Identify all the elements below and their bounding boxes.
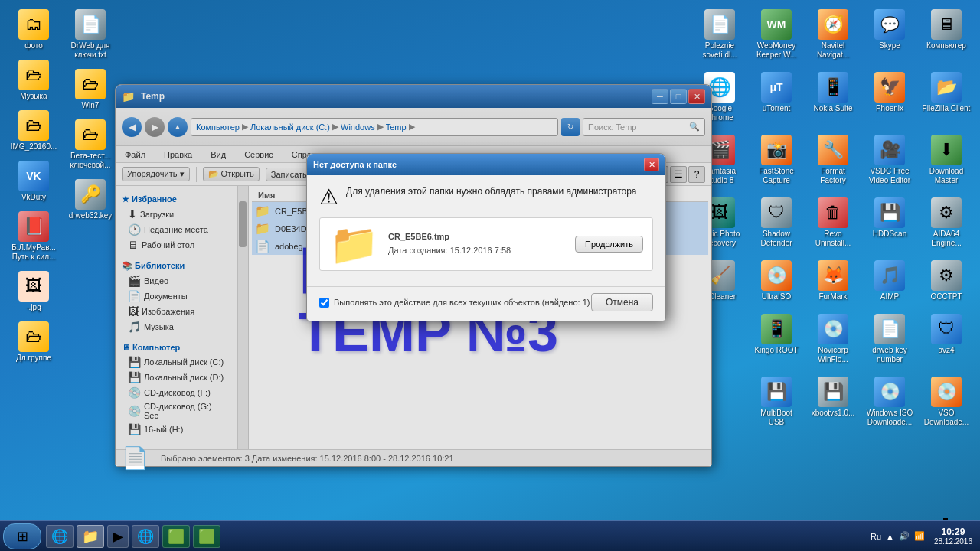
desktop-icon-filezilla[interactable]: 📂 FileZilla Client: [919, 69, 974, 126]
warning-icon: ⚠: [319, 184, 338, 210]
folder-icon: 📁: [329, 224, 379, 264]
taskbar-green1[interactable]: 🟩: [162, 525, 190, 548]
apply-all-checkbox[interactable]: [319, 298, 329, 308]
taskbar-language: Ru: [871, 532, 881, 541]
start-button[interactable]: ⊞: [3, 523, 41, 549]
desktop-icon-drweb32[interactable]: 🔑 drweb32.key: [63, 176, 118, 223]
desktop: 🗂 фото 🗁 Музыка 🗁 IMG_20160... VK VkDuty…: [0, 0, 980, 551]
desktop-icon-dlmaster[interactable]: ⬇ Download Master: [919, 132, 974, 188]
desktop-icon-poleznie[interactable]: 📄 Poleznie soveti dl...: [692, 6, 747, 63]
desktop-icon-novicorp[interactable]: 💿 Novicorp WinFlo...: [805, 311, 861, 367]
desktop-icon-occtpt[interactable]: ⚙ OCCTPT: [919, 257, 974, 305]
warning-row: ⚠ Для удаления этой папки нужно обладать…: [319, 184, 653, 210]
desktop-icon-xbootvs[interactable]: 💾 xbootvs1.0...: [805, 373, 861, 430]
desktop-icon-furmark[interactable]: 🦊 FurMark: [805, 257, 861, 305]
taskbar-network-icon: 📶: [914, 531, 925, 541]
icon-label-group: Дл.группе: [16, 354, 51, 363]
checkbox-row: Выполнять это действие для всех текущих …: [319, 298, 590, 308]
folder-name: CR_E5BE6.tmp: [388, 230, 511, 244]
desktop-icon-skype[interactable]: 💬 Skype: [862, 6, 917, 63]
icon-label-jpg: -.jpg: [26, 303, 41, 312]
taskbar-explorer[interactable]: 📁: [77, 525, 104, 548]
desktop-icon-formatfactory[interactable]: 🔧 Format Factory: [805, 132, 861, 188]
desktop-icon-music[interactable]: 🗁 Музыка: [6, 57, 61, 104]
desktop-icon-vso[interactable]: 💿 VSO Downloade...: [919, 373, 974, 430]
desktop-icon-blmurav[interactable]: 📕 Б.Л.МуРав... Путь к сил...: [6, 208, 61, 265]
desktop-icon-kingoroot[interactable]: 📱 Kingo ROOT: [749, 311, 804, 367]
icon-label-drweb32: drweb32.key: [69, 211, 113, 220]
desktop-icon-vkduty[interactable]: VK VkDuty: [6, 158, 61, 205]
desktop-icon-winiso[interactable]: 💿 Windows ISO Downloade...: [862, 373, 917, 430]
desktop-icon-utorrent[interactable]: μT uTorrent: [749, 69, 804, 126]
taskbar-green2[interactable]: 🟩: [193, 525, 220, 548]
dialog-footer: Выполнять это действие для всех текущих …: [307, 286, 665, 321]
icon-label-img2016: IMG_20160...: [11, 142, 57, 152]
desktop-icon-hddscan[interactable]: 💾 HDDScan: [862, 194, 917, 251]
icon-label-music: Музыка: [20, 92, 47, 101]
desktop-icon-foto[interactable]: 🗂 фото: [6, 6, 61, 54]
clock-date: 28.12.2016: [934, 537, 972, 546]
taskbar-chrome[interactable]: 🌐: [132, 525, 159, 548]
taskbar-arrow: ▲: [886, 532, 894, 541]
taskbar-ie[interactable]: 🌐: [46, 525, 74, 548]
dialog-body: ⚠ Для удаления этой папки нужно обладать…: [307, 175, 665, 286]
desktop-icon-nokia[interactable]: 📱 Nokia Suite: [805, 69, 861, 126]
desktop-icon-aida64[interactable]: ⚙ AIDA64 Engine...: [919, 194, 974, 251]
desktop-icon-group[interactable]: 🗁 Дл.группе: [6, 318, 61, 366]
desktop-icon-webmoney[interactable]: WM WebMoney Keeper W...: [749, 6, 804, 63]
desktop-icon-jpg[interactable]: 🖼 -.jpg: [6, 268, 61, 315]
desktop-icon-win7[interactable]: 🗁 Win7: [63, 66, 118, 113]
warning-text: Для удаления этой папки нужно обладать п…: [346, 184, 637, 198]
desktop-icon-vsdc[interactable]: 🎥 VSDC Free Video Editor: [862, 132, 917, 188]
desktop-icon-ultraiso[interactable]: 💿 UltraISO: [749, 257, 804, 305]
dialog-title: Нет доступа к папке: [313, 160, 644, 169]
windows-logo: ⊞: [17, 528, 28, 545]
desktop-icon-faststone[interactable]: 📸 FastStone Capture: [749, 132, 804, 188]
dialog-close-button[interactable]: ✕: [644, 158, 659, 171]
desktop-icon-shadow[interactable]: 🛡 Shadow Defender: [749, 194, 804, 251]
desktop-icon-img2016[interactable]: 🗁 IMG_20160...: [6, 107, 61, 155]
taskbar-media[interactable]: ▶: [107, 525, 129, 548]
desktop-icon-multibooth[interactable]: 💾 MultiBoot USB: [749, 373, 804, 430]
clock-time: 10:29: [934, 527, 972, 537]
icon-label-foto: фото: [24, 41, 43, 51]
folder-date: Дата создания: 15.12.2016 7:58: [388, 244, 511, 258]
desktop-icon-drweb-txt[interactable]: 📄 DrWeb для ключи.txt: [63, 6, 118, 63]
icon-label-win7: Win7: [82, 101, 100, 110]
continue-button[interactable]: Продолжить: [575, 236, 643, 253]
cancel-button[interactable]: Отмена: [591, 293, 653, 311]
dialog-titlebar: Нет доступа к папке ✕: [307, 154, 665, 175]
folder-info: CR_E5BE6.tmp Дата создания: 15.12.2016 7…: [388, 230, 511, 257]
icon-label-beta: Бета-тест... ключевой...: [66, 152, 115, 170]
icon-label-vkduty: VkDuty: [21, 193, 46, 202]
dialog-no-access: Нет доступа к папке ✕ ⚠ Для удаления это…: [306, 153, 666, 321]
desktop-icon-aimp[interactable]: 🎵 AIMP: [862, 257, 917, 305]
dialog-footer-row: Выполнять это действие для всех текущих …: [319, 293, 653, 311]
dialog-folder-preview: 📁 CR_E5BE6.tmp Дата создания: 15.12.2016…: [319, 217, 653, 271]
desktop-icon-navitel[interactable]: 🧭 Navitel Navigat...: [805, 6, 861, 63]
desktop-icon-phoenix[interactable]: 🦅 Phoenix: [862, 69, 917, 126]
desktop-icon-revo[interactable]: 🗑 Revo Uninstall...: [805, 194, 861, 251]
checkbox-label: Выполнять это действие для всех текущих …: [334, 298, 590, 307]
icon-label-blmurav: Б.Л.МуРав... Путь к сил...: [9, 243, 58, 262]
desktop-icon-drwebkey[interactable]: 📄 drweb key number: [862, 311, 917, 367]
taskbar: ⊞ 🌐 📁 ▶ 🌐 🟩 🟩 Ru ▲ 🔊 📶 10:29 28.12.2016: [0, 520, 980, 551]
desktop-icon-avz4[interactable]: 🛡 avz4: [919, 311, 974, 367]
icon-label-drweb-txt: DrWeb для ключи.txt: [66, 41, 115, 60]
desktop-icon-computer[interactable]: 🖥 Компьютер: [919, 6, 974, 63]
taskbar-audio-icon: 🔊: [899, 531, 910, 541]
desktop-icon-beta[interactable]: 🗁 Бета-тест... ключевой...: [63, 116, 118, 173]
taskbar-clock[interactable]: 10:29 28.12.2016: [929, 525, 977, 547]
taskbar-right: Ru ▲ 🔊 📶 10:29 28.12.2016: [871, 525, 977, 547]
